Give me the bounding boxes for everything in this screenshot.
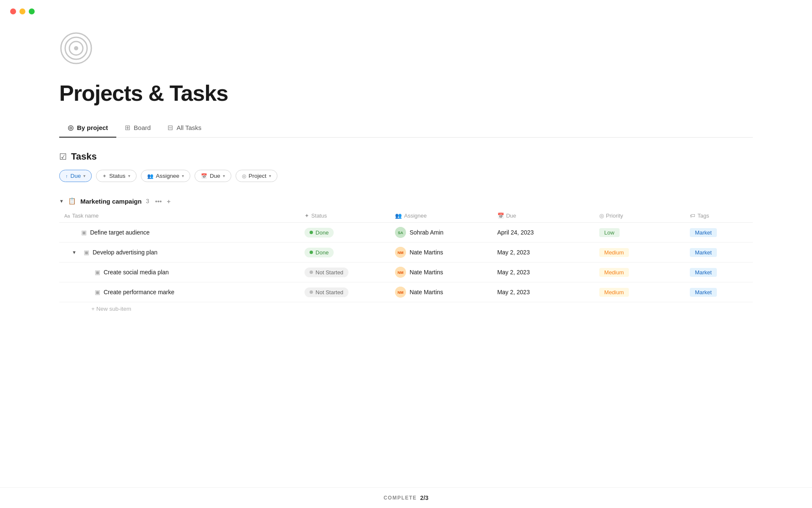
- minimize-button[interactable]: [19, 8, 25, 14]
- row3-status-badge: Not Started: [304, 268, 348, 277]
- row1-task-name: Define target audience: [90, 229, 150, 236]
- row4-page-icon: ▣: [95, 289, 100, 295]
- row1-priority-badge: Low: [599, 228, 620, 237]
- group-collapse-arrow: ▼: [59, 199, 64, 204]
- filter-assignee-button[interactable]: 👥 Assignee ▾: [141, 170, 191, 182]
- svg-point-3: [74, 46, 78, 50]
- row4-assignee-name: Nate Martins: [409, 289, 443, 295]
- row2-priority-cell[interactable]: Medium: [594, 243, 685, 262]
- svg-text:NM: NM: [398, 271, 403, 275]
- complete-count: 2/3: [420, 494, 428, 501]
- status-filter-icon: ✦: [102, 173, 107, 179]
- row4-due-cell: May 2, 2023: [492, 282, 594, 302]
- row1-avatar: SA: [395, 227, 406, 238]
- col-header-status: ✦ Status: [299, 209, 390, 223]
- row1-due-date: April 24, 2023: [497, 229, 534, 236]
- status-col-icon: ✦: [304, 213, 309, 219]
- row3-status-cell[interactable]: Not Started: [299, 262, 390, 282]
- new-sub-item-row[interactable]: + New sub-item: [59, 302, 753, 316]
- row2-status-cell[interactable]: Done: [299, 243, 390, 262]
- row1-status-dot: [310, 231, 313, 234]
- row2-due-cell: May 2, 2023: [492, 243, 594, 262]
- target-tab-icon: ◎: [68, 124, 74, 132]
- traffic-lights: [0, 0, 812, 23]
- tabs-bar: ◎ By project ⊞ Board ⊟ All Tasks: [59, 119, 753, 138]
- tab-board[interactable]: ⊞ Board: [116, 119, 159, 138]
- row3-due-cell: May 2, 2023: [492, 262, 594, 282]
- row3-priority-badge: Medium: [599, 268, 629, 277]
- row1-due-cell: April 24, 2023: [492, 223, 594, 243]
- row4-tag-cell: Market: [685, 282, 753, 302]
- task-name-cell-4: ▣ Create performance marke: [59, 282, 299, 302]
- row1-status-cell[interactable]: Done: [299, 223, 390, 243]
- group-name: Marketing campaign: [80, 198, 142, 205]
- filter-due-button[interactable]: ↑ Due ▾: [59, 170, 92, 182]
- due-sort-icon: ↑: [66, 174, 68, 179]
- assignee-filter-icon: 👥: [147, 173, 154, 179]
- col-header-assignee: 👥 Assignee: [390, 209, 492, 223]
- tab-all-tasks[interactable]: ⊟ All Tasks: [159, 119, 210, 138]
- row2-priority-badge: Medium: [599, 248, 629, 257]
- row4-assignee-cell: NM Nate Martins: [390, 282, 492, 302]
- due-col-icon: 📅: [497, 213, 504, 219]
- row3-assignee-cell: NM Nate Martins: [390, 262, 492, 282]
- row4-status-cell[interactable]: Not Started: [299, 282, 390, 302]
- due2-filter-icon: 📅: [201, 173, 207, 179]
- row2-page-icon: ▣: [84, 249, 89, 256]
- filter-project-button[interactable]: ◎ Project ▾: [236, 170, 277, 182]
- maximize-button[interactable]: [29, 8, 35, 14]
- group-header-marketing[interactable]: ▼ 📋 Marketing campaign 3 ••• +: [59, 192, 753, 209]
- row2-assignee-name: Nate Martins: [409, 249, 443, 256]
- task-table: Aa Task name ✦ Status 👥 Assignee: [59, 209, 753, 315]
- group-more-button[interactable]: •••: [155, 198, 162, 205]
- row1-assignee-name: Sohrab Amin: [409, 229, 443, 236]
- status-filter-caret: ▾: [128, 174, 130, 178]
- close-button[interactable]: [10, 8, 16, 14]
- svg-text:SA: SA: [398, 231, 403, 235]
- filter-due2-button[interactable]: 📅 Due ▾: [195, 170, 231, 182]
- row1-priority-cell[interactable]: Low: [594, 223, 685, 243]
- row2-avatar: NM: [395, 247, 406, 258]
- row3-status-dot: [310, 271, 313, 274]
- assignee-filter-caret: ▾: [182, 174, 184, 178]
- row4-status-dot: [310, 290, 313, 294]
- row2-collapse-arrow[interactable]: ▼: [72, 250, 79, 255]
- col-header-tags: 🏷 Tags: [685, 209, 753, 223]
- row3-avatar: NM: [395, 267, 406, 278]
- table-row[interactable]: ▣ Define target audience Done: [59, 223, 753, 243]
- row1-status-badge: Done: [304, 228, 334, 237]
- table-row[interactable]: ▼ ▣ Develop advertising plan Done: [59, 243, 753, 262]
- tab-by-project[interactable]: ◎ By project: [59, 119, 116, 138]
- assignee-col-icon: 👥: [395, 213, 402, 219]
- main-content: Projects & Tasks ◎ By project ⊞ Board ⊟ …: [0, 31, 812, 315]
- row1-tag-cell: Market: [685, 223, 753, 243]
- project-filter-caret: ▾: [269, 174, 271, 178]
- tasks-checkbox-icon: ☑: [59, 152, 67, 162]
- group-count: 3: [146, 198, 149, 204]
- row3-due-date: May 2, 2023: [497, 269, 530, 276]
- group-add-button[interactable]: +: [167, 198, 171, 205]
- table-row[interactable]: ▣ Create social media plan Not Started: [59, 262, 753, 282]
- row2-status-dot: [310, 251, 313, 254]
- row3-page-icon: ▣: [95, 269, 100, 276]
- due-filter-caret: ▾: [83, 174, 85, 178]
- group-icon: 📋: [68, 197, 76, 205]
- row4-status-badge: Not Started: [304, 287, 348, 297]
- row4-priority-cell[interactable]: Medium: [594, 282, 685, 302]
- row1-assignee-cell: SA Sohrab Amin: [390, 223, 492, 243]
- board-tab-icon: ⊞: [125, 124, 130, 132]
- project-filter-icon: ◎: [242, 173, 246, 179]
- new-sub-item-label: + New sub-item: [91, 306, 131, 312]
- svg-text:NM: NM: [398, 251, 403, 255]
- new-sub-item-cell: + New sub-item: [59, 302, 753, 316]
- page-icon: [59, 31, 753, 67]
- table-row[interactable]: ▣ Create performance marke Not Started: [59, 282, 753, 302]
- row3-priority-cell[interactable]: Medium: [594, 262, 685, 282]
- row3-tag-cell: Market: [685, 262, 753, 282]
- row4-due-date: May 2, 2023: [497, 289, 530, 295]
- row4-tag-badge: Market: [690, 288, 717, 297]
- filter-status-button[interactable]: ✦ Status ▾: [96, 170, 136, 182]
- tags-col-icon: 🏷: [690, 213, 695, 219]
- task-name-col-icon: Aa: [64, 213, 70, 218]
- row2-tag-cell: Market: [685, 243, 753, 262]
